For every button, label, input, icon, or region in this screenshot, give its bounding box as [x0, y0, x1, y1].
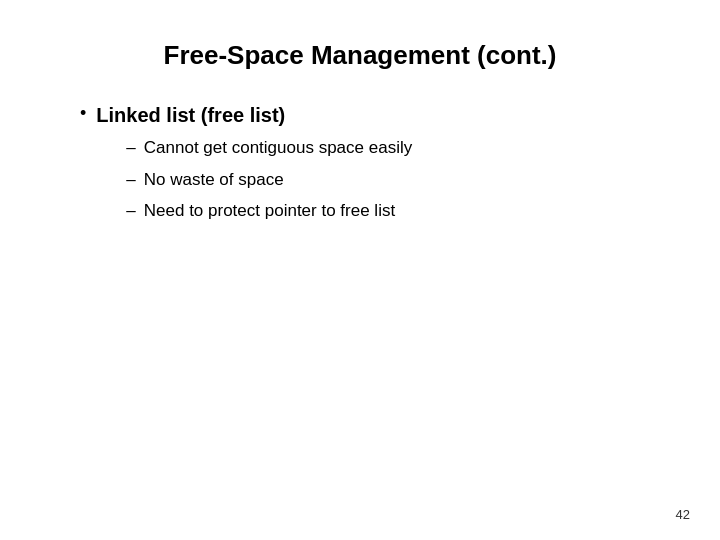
bullet-item: • Linked list (free list) – Cannot get c… [80, 101, 660, 230]
sub-text-2: No waste of space [144, 167, 284, 193]
sub-dash-1: – [126, 135, 135, 161]
sub-text-3: Need to protect pointer to free list [144, 198, 395, 224]
sub-dash-3: – [126, 198, 135, 224]
content-area: • Linked list (free list) – Cannot get c… [60, 101, 660, 230]
sub-dash-2: – [126, 167, 135, 193]
bullet-dot: • [80, 101, 86, 126]
sub-list: – Cannot get contiguous space easily – N… [126, 135, 412, 224]
slide-number: 42 [676, 507, 690, 522]
sub-item-3: – Need to protect pointer to free list [126, 198, 412, 224]
bullet-label: Linked list (free list) [96, 104, 285, 126]
sub-item-1: – Cannot get contiguous space easily [126, 135, 412, 161]
sub-text-1: Cannot get contiguous space easily [144, 135, 412, 161]
bullet-content: Linked list (free list) – Cannot get con… [96, 101, 412, 230]
slide-title: Free-Space Management (cont.) [60, 40, 660, 71]
slide-container: Free-Space Management (cont.) • Linked l… [0, 0, 720, 540]
sub-item-2: – No waste of space [126, 167, 412, 193]
